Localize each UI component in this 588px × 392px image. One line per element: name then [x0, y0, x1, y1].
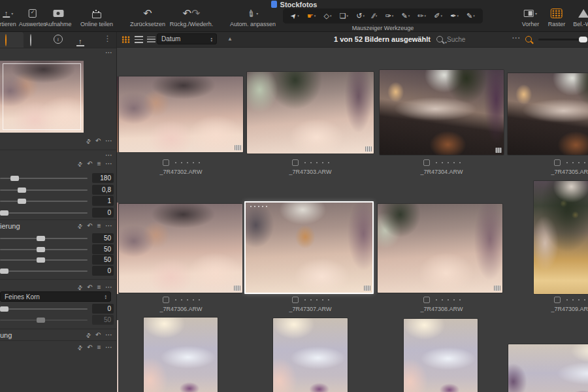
rotate-tool[interactable]: ↺▾ [356, 12, 365, 20]
thumbnail-7R47308[interactable] [378, 204, 502, 293]
sort-by-select[interactable]: Datum ▴▾ [157, 33, 217, 44]
slider-handle[interactable] [37, 236, 45, 241]
slider-value[interactable]: 0 [92, 266, 114, 276]
thumbnail-7R47303[interactable] [247, 72, 374, 154]
slider-handle[interactable] [0, 306, 8, 312]
slider-track[interactable] [0, 178, 88, 179]
copy-settings-icon[interactable]: ⇄ [76, 160, 84, 168]
reset-panel-icon[interactable]: ↶ [87, 223, 92, 229]
crop-preview-image[interactable] [0, 61, 84, 133]
select-checkbox[interactable] [292, 159, 299, 166]
more-icon[interactable]: ··· [106, 50, 113, 56]
before-after-button[interactable]: ▾ Vorher [522, 8, 540, 27]
import-button[interactable]: ↑▾ rtieren [0, 8, 16, 27]
tab-color-wheel[interactable] [5, 35, 7, 46]
thumbnail-row3[interactable] [404, 319, 478, 392]
more-icon[interactable]: ··· [106, 345, 113, 351]
more-icon[interactable]: ··· [106, 223, 113, 229]
slider-track[interactable] [0, 259, 88, 261]
copy-settings-icon[interactable]: ⇄ [76, 284, 84, 291]
straighten-tool[interactable]: ∕∕▾ [372, 12, 377, 20]
grid-overlay-button[interactable]: Raster [548, 8, 566, 27]
list-view-icon[interactable] [135, 36, 143, 43]
pan-hand-tool[interactable]: ☛▾ [307, 12, 316, 20]
slider-handle[interactable] [18, 188, 26, 193]
select-checkbox[interactable] [163, 297, 169, 303]
slider-track[interactable] [0, 201, 88, 202]
reset-button[interactable]: ↶ Zurücksetzen [130, 8, 165, 27]
slider-track[interactable] [0, 212, 88, 214]
slider-value[interactable]: 50 [92, 244, 114, 254]
more-icon[interactable]: ··· [106, 285, 113, 291]
slider-handle[interactable] [0, 269, 8, 274]
presets-menu-icon[interactable]: ≡ [97, 161, 101, 167]
select-checkbox[interactable] [554, 159, 561, 166]
spot-removal-tool[interactable]: ✎▾ [401, 12, 410, 20]
slider-value[interactable]: 0 [92, 208, 114, 218]
thumbnail-7R47305[interactable] [508, 73, 588, 155]
slider-track[interactable] [0, 270, 88, 272]
rating-dots[interactable] [566, 299, 588, 301]
slider-value[interactable]: 0 [92, 304, 114, 314]
rating-dots[interactable] [436, 299, 461, 301]
thumbnail-row3[interactable] [144, 318, 218, 392]
select-checkbox[interactable] [423, 159, 430, 166]
slider-handle[interactable] [18, 199, 26, 204]
grain-type-select[interactable]: Feines Korn ▴▾ [0, 291, 111, 302]
thumbnail-zoom-slider[interactable] [538, 39, 585, 41]
erase-mask-tool[interactable]: ✐▾ [434, 12, 442, 20]
capture-button[interactable]: Aufnahme [44, 8, 71, 27]
thumbnail-7R47304[interactable] [380, 70, 504, 155]
draw-mask-tool[interactable]: ✏▾ [417, 12, 426, 20]
slider-track[interactable] [0, 308, 88, 310]
tab-adjustments[interactable] [30, 35, 31, 46]
color-picker-tool[interactable]: ✑▾ [385, 12, 394, 20]
more-icon[interactable]: ··· [106, 153, 113, 159]
slider-value[interactable]: 50 [92, 233, 114, 243]
slider-track[interactable] [0, 189, 88, 191]
copy-settings-icon[interactable]: ⇄ [76, 222, 84, 230]
auto-adjust-button[interactable]: ✐▾ Autom. anpassen [230, 8, 276, 27]
more-icon[interactable]: ··· [106, 139, 113, 144]
more-icon[interactable]: ··· [106, 333, 113, 338]
reset-panel-icon[interactable]: ↶ [87, 344, 92, 351]
thumbnail-row3[interactable] [273, 318, 348, 392]
thumbnail-7R47302[interactable] [119, 76, 243, 152]
share-online-button[interactable]: Online teilen [80, 8, 113, 27]
compact-list-view-icon[interactable] [147, 37, 155, 42]
slider-value[interactable]: 180 [92, 173, 114, 183]
select-cursor-tool[interactable]: ➤▾ [291, 12, 299, 20]
reset-panel-icon[interactable]: ↶ [87, 161, 92, 167]
slider-track[interactable] [0, 238, 88, 239]
tab-export[interactable]: ↑ [76, 35, 84, 46]
slider-value[interactable]: 0,8 [92, 185, 114, 195]
rating-dots[interactable] [304, 299, 329, 301]
grid-view-icon[interactable] [122, 36, 130, 43]
search-icon[interactable] [436, 36, 443, 42]
thumbnail-row3[interactable] [508, 344, 588, 392]
copy-settings-icon[interactable]: ⇄ [84, 331, 92, 339]
slider-handle[interactable] [37, 247, 45, 252]
tabs-overflow-menu[interactable]: ··· [104, 35, 110, 43]
search-input[interactable]: Suche [447, 36, 465, 43]
presets-menu-icon[interactable]: ≡ [97, 223, 101, 229]
reset-panel-icon[interactable]: ↶ [95, 138, 101, 144]
gradient-mask-tool[interactable]: ✒▾ [450, 12, 459, 20]
reset-panel-icon[interactable]: ↶ [95, 332, 101, 338]
thumbnail-7R47309[interactable] [534, 181, 588, 294]
presets-menu-icon[interactable]: ≡ [97, 344, 101, 351]
loupe-tool[interactable]: ◇▾ [324, 12, 332, 20]
slider-value[interactable]: 50 [92, 255, 114, 265]
exposure-warning-button[interactable]: Bel.-Wa [573, 8, 588, 27]
slider-handle[interactable] [10, 176, 19, 181]
select-checkbox[interactable] [423, 297, 430, 303]
presets-menu-icon[interactable]: ≡ [97, 284, 101, 291]
select-checkbox[interactable] [163, 159, 169, 166]
rating-dots[interactable] [304, 162, 329, 163]
select-checkbox[interactable] [554, 297, 561, 303]
radial-mask-tool[interactable]: ✎▾ [466, 12, 475, 20]
copy-settings-icon[interactable]: ⇄ [84, 137, 92, 145]
thumbnail-zoom-handle[interactable] [579, 37, 587, 42]
thumbnail-7R47306[interactable] [119, 204, 242, 293]
rating-dots[interactable] [175, 299, 200, 301]
